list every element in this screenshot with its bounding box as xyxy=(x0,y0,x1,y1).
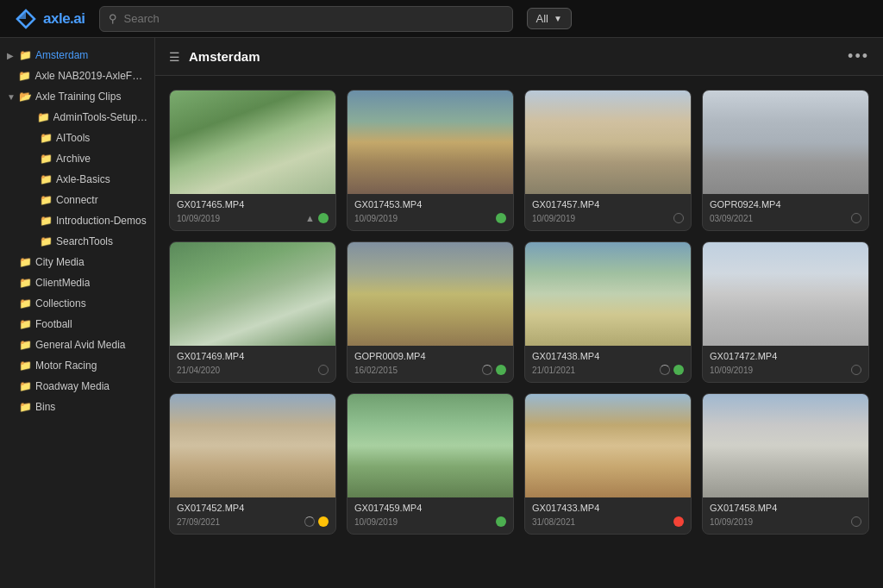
sidebar-item-aitools[interactable]: 📁AITools xyxy=(0,128,154,148)
status-dot-red xyxy=(673,516,684,527)
card-meta: 10/09/2019 xyxy=(354,516,506,527)
status-dot-empty xyxy=(673,213,684,223)
folder-icon: 📁 xyxy=(37,111,50,123)
card-8[interactable]: GX017472.MP410/09/2019 xyxy=(702,241,869,383)
card-info: GX017459.MP410/09/2019 xyxy=(348,497,513,534)
filter-dropdown[interactable]: All ▼ xyxy=(527,8,572,29)
card-meta: 10/09/2019 xyxy=(710,365,861,375)
card-info: GOPR0924.MP403/09/2021 xyxy=(703,194,868,230)
sidebar-item-label: SearchTools xyxy=(56,235,113,247)
card-info: GX017452.MP427/09/2021 xyxy=(170,497,335,534)
card-date: 10/09/2019 xyxy=(354,214,398,223)
ellipsis-button[interactable]: ••• xyxy=(848,47,869,66)
card-thumbnail xyxy=(703,91,868,194)
content-area: ☰ Amsterdam ••• GX017465.MP410/09/2019▲G… xyxy=(155,38,883,588)
folder-icon: 📁 xyxy=(18,70,31,82)
folder-icon: 📁 xyxy=(19,339,32,351)
sidebar-item-label: Connectr xyxy=(56,194,98,206)
card-filename: GOPR0924.MP4 xyxy=(710,199,861,210)
card-info: GX017458.MP410/09/2019 xyxy=(703,497,868,534)
sidebar-item-axle-training[interactable]: ▼📂Axle Training Clips xyxy=(0,86,154,107)
card-date: 03/09/2021 xyxy=(710,214,753,223)
card-date: 10/09/2019 xyxy=(532,214,575,223)
sidebar-item-intro-demos[interactable]: 📁Introduction-Demos xyxy=(0,210,154,231)
folder-icon: 📁 xyxy=(40,235,53,247)
card-5[interactable]: GX017469.MP421/04/2020 xyxy=(169,241,336,383)
card-thumbnail xyxy=(525,394,691,497)
card-filename: GX017438.MP4 xyxy=(532,351,684,361)
logo-text: axle.ai xyxy=(43,10,85,28)
card-date: 27/09/2021 xyxy=(177,517,220,527)
card-11[interactable]: GX017433.MP431/08/2021 xyxy=(524,393,692,535)
folder-icon: 📁 xyxy=(19,318,32,330)
sidebar-item-axle-basics[interactable]: 📁Axle-Basics xyxy=(0,169,154,190)
card-filename: GX017472.MP4 xyxy=(710,351,861,361)
card-meta: 31/08/2021 xyxy=(532,516,684,527)
card-7[interactable]: GX017438.MP421/01/2021 xyxy=(524,241,692,383)
card-10[interactable]: GX017459.MP410/09/2019 xyxy=(347,393,514,535)
sidebar-item-axle-nab[interactable]: 📁Axle NAB2019-AxleFaces xyxy=(0,66,154,86)
menu-icon[interactable]: ☰ xyxy=(169,50,180,64)
sidebar-item-archive[interactable]: 📁Archive xyxy=(0,148,154,169)
sidebar-item-client-media[interactable]: 📁ClientMedia xyxy=(0,272,154,293)
sidebar-item-roadway-media[interactable]: 📁Roadway Media xyxy=(0,376,154,397)
status-dot-empty xyxy=(851,516,861,527)
card-thumbnail xyxy=(348,242,513,346)
card-12[interactable]: GX017458.MP410/09/2019 xyxy=(702,393,869,535)
status-dot-green xyxy=(673,365,684,375)
folder-icon: 📁 xyxy=(19,277,32,289)
card-2[interactable]: GX017453.MP410/09/2019 xyxy=(347,90,514,231)
search-input[interactable] xyxy=(124,12,504,25)
sidebar-item-city-media[interactable]: 📁City Media xyxy=(0,252,154,272)
card-date: 16/02/2015 xyxy=(354,366,398,375)
card-9[interactable]: GX017452.MP427/09/2021 xyxy=(169,393,336,535)
folder-icon: 📁 xyxy=(19,380,32,392)
card-meta: 10/09/2019 xyxy=(354,213,506,223)
folder-icon: 📁 xyxy=(19,360,32,372)
sidebar-item-amsterdam[interactable]: ▶📁Amsterdam xyxy=(0,45,154,66)
sidebar-item-football[interactable]: 📁Football xyxy=(0,314,154,335)
card-meta: 10/09/2019 xyxy=(710,516,861,527)
search-bar[interactable]: ⚲ xyxy=(99,6,513,32)
status-dot-green xyxy=(318,213,329,223)
folder-icon: 📁 xyxy=(19,401,32,413)
content-header: ☰ Amsterdam ••• xyxy=(155,38,883,76)
status-dot-green xyxy=(496,365,506,375)
sidebar-item-general-avid[interactable]: 📁General Avid Media xyxy=(0,335,154,355)
card-4[interactable]: GOPR0924.MP403/09/2021 xyxy=(702,90,869,231)
sidebar-item-label: AdminTools-Setup-Permissions xyxy=(53,111,147,123)
card-date: 10/09/2019 xyxy=(710,517,753,527)
card-thumbnail xyxy=(348,394,513,497)
sidebar-item-admintools[interactable]: 📁AdminTools-Setup-Permissions xyxy=(0,107,154,128)
card-info: GX017472.MP410/09/2019 xyxy=(703,346,868,382)
sidebar-item-label: Motor Racing xyxy=(35,360,97,372)
card-1[interactable]: GX017465.MP410/09/2019▲ xyxy=(169,90,336,231)
card-6[interactable]: GOPR0009.MP416/02/2015 xyxy=(347,241,514,383)
sidebar-item-searchtools[interactable]: 📁SearchTools xyxy=(0,231,154,252)
card-filename: GX017453.MP4 xyxy=(354,199,506,210)
triangle-icon: ▲ xyxy=(305,213,315,223)
card-filename: GX017469.MP4 xyxy=(177,351,329,361)
card-meta: 10/09/2019 xyxy=(532,213,684,223)
card-thumbnail xyxy=(703,394,868,497)
sidebar-item-label: Archive xyxy=(56,153,91,165)
card-3[interactable]: GX017457.MP410/09/2019 xyxy=(524,90,692,231)
sidebar-item-motor-racing[interactable]: 📁Motor Racing xyxy=(0,355,154,376)
card-date: 31/08/2021 xyxy=(532,517,575,527)
card-indicators xyxy=(318,365,329,375)
sidebar-item-collections[interactable]: 📁Collections xyxy=(0,293,154,314)
sidebar-item-label: Axle NAB2019-AxleFaces xyxy=(34,70,147,82)
sidebar-item-connectr[interactable]: 📁Connectr xyxy=(0,190,154,210)
sidebar-item-label: Roadway Media xyxy=(35,380,110,392)
card-info: GX017457.MP410/09/2019 xyxy=(525,194,691,230)
folder-icon: 📁 xyxy=(40,194,53,206)
card-indicators xyxy=(660,365,684,375)
card-meta: 21/04/2020 xyxy=(177,365,329,375)
folder-icon: 📁 xyxy=(19,256,32,268)
folder-icon: 📁 xyxy=(40,153,53,165)
sidebar-item-label: General Avid Media xyxy=(35,339,126,351)
sidebar-item-bins[interactable]: 📁Bins xyxy=(0,397,154,417)
card-filename: GX017433.MP4 xyxy=(532,503,684,513)
card-indicators: ▲ xyxy=(305,213,329,223)
status-dot-green xyxy=(496,213,506,223)
